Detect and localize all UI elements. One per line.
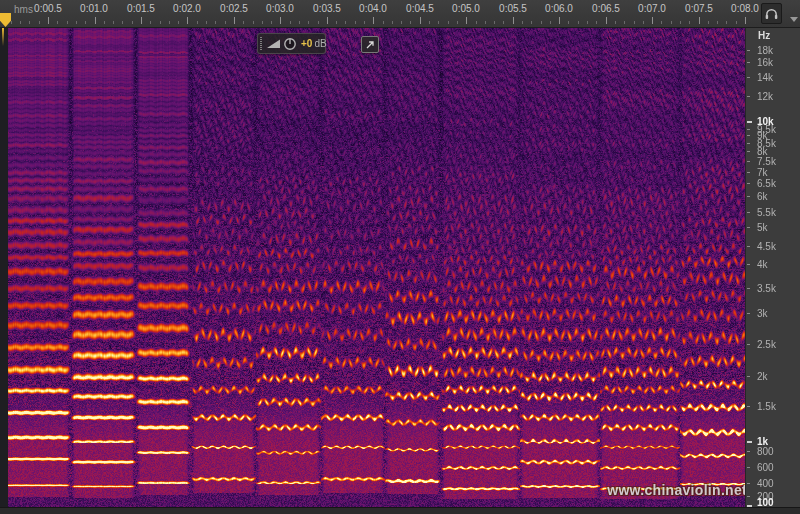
frequency-label: 4.5k — [757, 241, 776, 252]
ruler-tick — [541, 21, 542, 24]
frequency-label: 100 — [757, 497, 774, 508]
ruler-tick — [550, 21, 551, 24]
ruler-tick — [29, 21, 30, 24]
frequency-tick — [747, 129, 750, 130]
gain-unit-label: dB — [314, 38, 326, 49]
frequency-tick — [747, 288, 750, 289]
gain-value[interactable]: +0 — [301, 38, 312, 49]
time-label: 0:07.0 — [630, 3, 674, 14]
frequency-tick — [747, 96, 750, 97]
left-edge-strip — [0, 28, 8, 507]
time-label: 0:02.0 — [165, 3, 209, 14]
ruler-tick — [559, 17, 560, 24]
frequency-tick — [747, 451, 750, 452]
time-label: 0:07.5 — [677, 3, 721, 14]
ruler-tick — [318, 21, 319, 24]
ruler-tick — [578, 21, 579, 24]
hud-drag-handle[interactable] — [260, 37, 262, 50]
frequency-tick — [747, 62, 750, 63]
frequency-tick — [747, 183, 750, 184]
time-label: 0:01.5 — [119, 3, 163, 14]
time-label: 0:01.0 — [72, 3, 116, 14]
ruler-tick — [513, 17, 514, 24]
frequency-label: 3k — [757, 308, 768, 319]
ruler-tick — [745, 17, 746, 24]
ruler-tick — [485, 21, 486, 24]
playhead-line — [2, 28, 4, 46]
ruler-tick — [531, 21, 532, 24]
frequency-tick — [747, 246, 750, 247]
frequency-label: 2.5k — [757, 339, 776, 350]
ruler-tick — [476, 21, 477, 24]
time-label: 0:00.5 — [26, 3, 70, 14]
frequency-tick — [747, 196, 750, 197]
ruler-tick — [410, 21, 411, 24]
frequency-tick — [747, 227, 750, 228]
ruler-tick — [178, 21, 179, 24]
frequency-unit-label: Hz — [758, 30, 770, 41]
ruler-tick — [587, 21, 588, 24]
frequency-ruler[interactable]: Hz 18k16k14k12k10k9.5k9k8.5k8k7.5k7k6.5k… — [745, 28, 800, 507]
frequency-tick — [747, 496, 750, 497]
ruler-tick — [122, 21, 123, 24]
time-label: 0:06.0 — [537, 3, 581, 14]
frequency-tick — [747, 121, 752, 123]
ruler-tick — [67, 21, 68, 24]
ruler-tick — [392, 21, 393, 24]
frequency-tick — [747, 483, 750, 484]
panel-menu-arrow-icon[interactable] — [790, 17, 798, 22]
frequency-label: 6.5k — [757, 178, 776, 189]
frequency-label: 7.5k — [757, 156, 776, 167]
ruler-tick — [280, 17, 281, 24]
frequency-label: 12k — [757, 91, 773, 102]
time-label: 0:03.0 — [258, 3, 302, 14]
ruler-tick — [160, 21, 161, 24]
ruler-tick — [104, 21, 105, 24]
ruler-tick — [355, 21, 356, 24]
ruler-tick — [699, 17, 700, 24]
ruler-tick — [76, 21, 77, 24]
ruler-tick — [689, 21, 690, 24]
knob-icon[interactable] — [283, 37, 297, 51]
volume-hud[interactable]: +0 dB — [257, 33, 326, 54]
hud-expand-button[interactable] — [361, 36, 379, 53]
ruler-tick — [253, 21, 254, 24]
spectral-editor: hms 0:00.50:01.00:01.50:02.00:02.50:03.0… — [0, 0, 800, 514]
spectrogram-canvas[interactable] — [8, 28, 745, 507]
time-label: 0:04.5 — [398, 3, 442, 14]
ruler-tick — [503, 21, 504, 24]
ruler-tick — [494, 21, 495, 24]
frequency-label: 600 — [757, 462, 774, 473]
frequency-label: 16k — [757, 57, 773, 68]
frequency-tick — [747, 172, 750, 173]
ruler-tick — [383, 21, 384, 24]
frequency-label: 5.5k — [757, 207, 776, 218]
ruler-tick — [308, 21, 309, 24]
ruler-tick — [206, 21, 207, 24]
time-label: 0:05.5 — [491, 3, 535, 14]
ruler-tick — [634, 21, 635, 24]
ruler-tick — [299, 21, 300, 24]
ruler-tick — [132, 21, 133, 24]
bottom-edge-strip — [0, 507, 800, 514]
frequency-tick — [747, 467, 750, 468]
ruler-tick — [522, 21, 523, 24]
ruler-tick — [290, 21, 291, 24]
frequency-tick — [747, 50, 750, 51]
ruler-tick — [197, 21, 198, 24]
headphone-monitor-button[interactable] — [761, 3, 782, 24]
ruler-tick — [624, 21, 625, 24]
ruler-tick — [652, 17, 653, 24]
time-label: 0:03.5 — [305, 3, 349, 14]
frequency-tick — [747, 143, 750, 144]
ruler-tick — [643, 21, 644, 24]
ruler-tick — [336, 21, 337, 24]
time-label: 0:06.5 — [584, 3, 628, 14]
frequency-label: 3.5k — [757, 283, 776, 294]
frequency-label: 18k — [757, 45, 773, 56]
time-ruler[interactable]: hms 0:00.50:01.00:01.50:02.00:02.50:03.0… — [0, 0, 800, 28]
ruler-tick — [95, 17, 96, 24]
frequency-label: 4k — [757, 259, 768, 270]
ruler-tick — [373, 17, 374, 24]
frequency-tick — [747, 406, 750, 407]
